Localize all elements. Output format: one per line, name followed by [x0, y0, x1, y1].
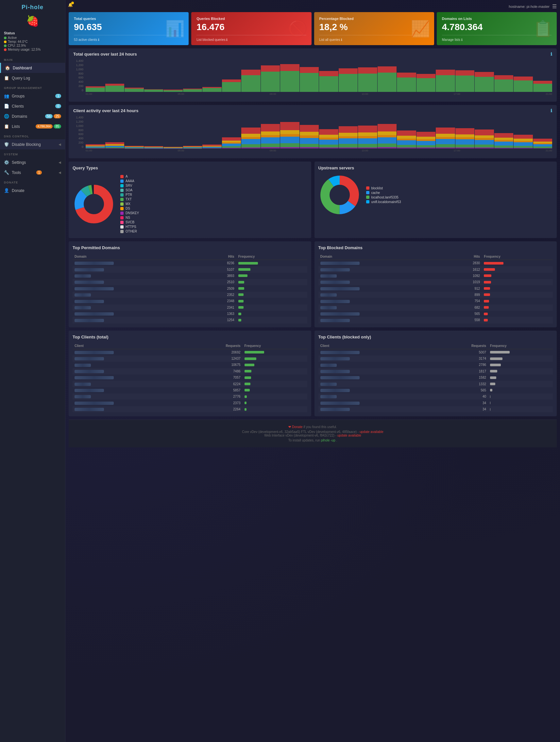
hits-cell: 2352 — [203, 292, 236, 298]
client-cell — [319, 356, 437, 362]
freq-cell — [242, 374, 307, 381]
cpu-dot — [4, 45, 6, 47]
client-blur — [74, 383, 91, 386]
client-segment-bar — [475, 129, 494, 135]
xaxis-label: 17:00 — [454, 93, 460, 98]
sidebar-item-donate[interactable]: 👤 Donate — [0, 186, 65, 196]
sidebar-item-groups[interactable]: 👥 Groups 1 — [0, 91, 65, 101]
client-bar-group — [124, 116, 144, 149]
stat-link-domains[interactable]: Manage lists ℹ — [442, 38, 462, 42]
requests-cell: 2776 — [191, 393, 242, 400]
chart-info-total[interactable]: ℹ — [551, 52, 552, 57]
donate-link[interactable]: Donate — [292, 425, 302, 429]
freq-bar — [484, 262, 503, 265]
client-bar-group — [163, 116, 183, 149]
freq-bar — [244, 370, 252, 372]
client-segment-bar — [397, 130, 416, 136]
freq-bar — [238, 287, 244, 290]
blocked-bar — [280, 64, 299, 71]
stat-link-percentage[interactable]: List all queries ℹ — [319, 38, 343, 42]
chart-bar-group — [280, 59, 299, 92]
domain-cell — [72, 273, 203, 279]
status-section: Status Active Temp: 44.0°C CPU: 22.9% Me… — [0, 30, 65, 55]
client-segment-bar — [514, 142, 533, 146]
top-clients-section: Top Clients (total) Client Requests Freq… — [69, 331, 557, 417]
freq-bar-container — [244, 351, 264, 354]
requests-cell: 7486 — [191, 368, 242, 374]
table-row: 34 — [319, 400, 553, 406]
client-bar-group — [202, 116, 222, 149]
legend-mx: MX — [120, 202, 139, 206]
top-clients-blocked-panel: Top Clients (blocked only) Client Reques… — [315, 331, 557, 417]
freq-cell — [488, 406, 553, 412]
requests-cell: 40 — [437, 393, 488, 400]
sidebar-item-disable-blocking[interactable]: 🛡️ Disable Blocking ◀ — [0, 139, 65, 150]
footer-web-link[interactable]: update available — [337, 434, 361, 437]
sidebar-item-querylog[interactable]: 📋 Query Log — [0, 73, 65, 83]
client-cell — [72, 406, 191, 412]
client-bar-group — [280, 116, 299, 149]
client-segment-bar — [105, 148, 124, 149]
sidebar-label-clients: Clients — [12, 104, 24, 109]
client-segment-bar — [494, 148, 514, 149]
freq-cell — [236, 305, 307, 311]
table-row: 682 — [319, 305, 553, 311]
client-segment-bar — [261, 124, 280, 131]
freq-cell — [482, 305, 553, 311]
client-segment-bar — [319, 145, 338, 148]
main-content: hostname: pi-hole-master ☰ 🔔 Total queri… — [65, 0, 560, 742]
freq-bar — [244, 358, 256, 360]
client-segment-bar — [514, 135, 533, 139]
hamburger-icon[interactable]: ☰ — [552, 3, 557, 9]
freq-bar — [244, 383, 250, 385]
legend-dot-mx — [120, 202, 124, 206]
stat-link-total[interactable]: 53 active clients ℹ — [74, 38, 99, 42]
sidebar-item-settings[interactable]: ⚙️ Settings ◀ — [0, 157, 65, 167]
client-cell — [319, 406, 437, 412]
sidebar-item-tools[interactable]: 🔧 Tools 1 ◀ — [0, 167, 65, 177]
freq-bar — [484, 306, 488, 309]
chart-bar-group — [514, 59, 533, 92]
table-row: 34 — [319, 406, 553, 412]
sidebar-label-disable-blocking: Disable Blocking — [12, 142, 41, 147]
bell-icon-container[interactable]: 🔔 — [68, 3, 73, 7]
client-blur — [320, 395, 337, 398]
freq-bar-container — [490, 370, 510, 372]
table-row: 6224 — [72, 381, 307, 387]
stat-link-blocked[interactable]: List blocked queries ℹ — [197, 38, 228, 42]
client-segment-bar — [358, 136, 377, 138]
client-segment-bar — [455, 148, 475, 149]
client-bar-group — [397, 116, 416, 149]
chart-bar-group — [241, 59, 261, 92]
sidebar-item-lists[interactable]: 📋 Lists 4,786,364 85 — [0, 121, 65, 131]
xaxis-label: 05:00 — [177, 93, 184, 98]
legend-dot-svcb — [120, 221, 124, 224]
table-row: 2510 — [72, 279, 307, 285]
table-row: 558 — [319, 317, 553, 323]
client-segment-bar — [261, 144, 280, 147]
chart-bar-group — [86, 59, 105, 92]
hits-cell: 2830 — [448, 260, 482, 267]
chart-yaxis-total: 1,4001,2001,0008006004002000 — [73, 59, 85, 92]
freq-cell — [488, 387, 553, 393]
th-client-blocked: Client — [319, 343, 437, 349]
sidebar-item-clients[interactable]: 📄 Clients 0 — [0, 101, 65, 111]
client-blur — [74, 408, 104, 411]
footer-ftl-link[interactable]: update available — [359, 430, 384, 434]
client-blur — [74, 402, 114, 405]
sidebar-item-domains[interactable]: 🌐 Domains 56 25 — [0, 111, 65, 121]
client-segment-bar — [455, 128, 475, 135]
legend-blocklist: blocklist — [366, 187, 401, 190]
pihole-update-link[interactable]: pihole -up — [321, 438, 335, 442]
sidebar-item-dashboard[interactable]: 🏠 Dashboard — [0, 63, 65, 73]
domains-icon: 🌐 — [4, 114, 9, 119]
th-requests-blocked: Requests — [437, 343, 488, 349]
green-bar — [144, 90, 163, 92]
table-row: 10675 — [72, 362, 307, 368]
top-blocked-title: Top Blocked Domains — [319, 245, 553, 250]
chart-info-clients[interactable]: ℹ — [551, 108, 552, 113]
client-cell — [72, 349, 191, 356]
status-title: Status — [4, 31, 61, 35]
freq-bar — [490, 408, 490, 411]
domain-cell — [319, 279, 449, 285]
